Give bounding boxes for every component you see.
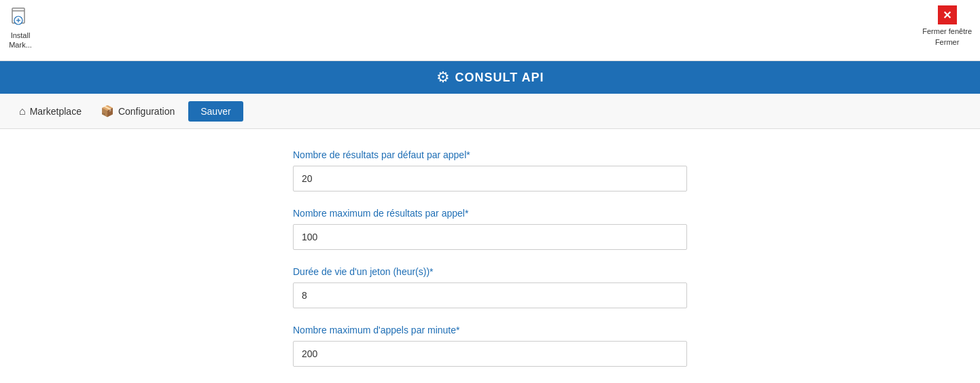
field4-group: Nombre maximum d'appels par minute*: [293, 325, 687, 367]
header-bar: ⚙ Consult API: [0, 61, 980, 94]
close-label: Fermer: [935, 38, 959, 46]
box-icon: 📦: [101, 105, 114, 117]
nav-marketplace-label: Marketplace: [30, 106, 82, 117]
field4-input[interactable]: [293, 341, 687, 367]
nav-configuration[interactable]: 📦 Configuration: [92, 101, 183, 122]
field2-label: Nombre maximum de résultats par appel*: [293, 208, 687, 219]
top-bar: Install Mark... ✕ Fermer fenêtre Fermer: [0, 0, 980, 61]
field3-label: Durée de vie d'un jeton (heur(s))*: [293, 266, 687, 277]
close-window-label: Fermer fenêtre: [922, 27, 972, 35]
field2-group: Nombre maximum de résultats par appel*: [293, 208, 687, 250]
marketplace-sublabel: Mark...: [9, 41, 32, 49]
field1-input[interactable]: [293, 166, 687, 192]
field1-label: Nombre de résultats par défaut par appel…: [293, 149, 687, 160]
nav-marketplace[interactable]: ⌂ Marketplace: [11, 101, 90, 122]
save-button[interactable]: Sauver: [188, 101, 243, 122]
install-button[interactable]: Install Mark...: [8, 5, 33, 49]
header-bar-left: [0, 61, 423, 94]
install-label: Install: [11, 31, 31, 39]
field2-input[interactable]: [293, 224, 687, 250]
nav-configuration-label: Configuration: [118, 106, 175, 117]
field1-group: Nombre de résultats par défaut par appel…: [293, 149, 687, 192]
close-window-area: ✕ Fermer fenêtre Fermer: [922, 5, 972, 46]
close-window-button[interactable]: ✕: [938, 5, 957, 24]
close-x-icon: ✕: [943, 9, 951, 22]
nav-bar: ⌂ Marketplace 📦 Configuration Sauver: [0, 94, 980, 129]
field3-input[interactable]: [293, 282, 687, 308]
home-icon: ⌂: [19, 105, 26, 117]
form-section: Nombre de résultats par défaut par appel…: [279, 149, 701, 367]
page-title: Consult API: [455, 71, 544, 85]
gear-icon: ⚙: [436, 69, 450, 86]
install-icon: [8, 5, 33, 30]
field4-label: Nombre maximum d'appels par minute*: [293, 325, 687, 335]
main-content: Nombre de résultats par défaut par appel…: [0, 129, 980, 383]
header-bar-right: [558, 61, 981, 94]
header-title-area: ⚙ Consult API: [423, 69, 558, 86]
field3-group: Durée de vie d'un jeton (heur(s))*: [293, 266, 687, 308]
